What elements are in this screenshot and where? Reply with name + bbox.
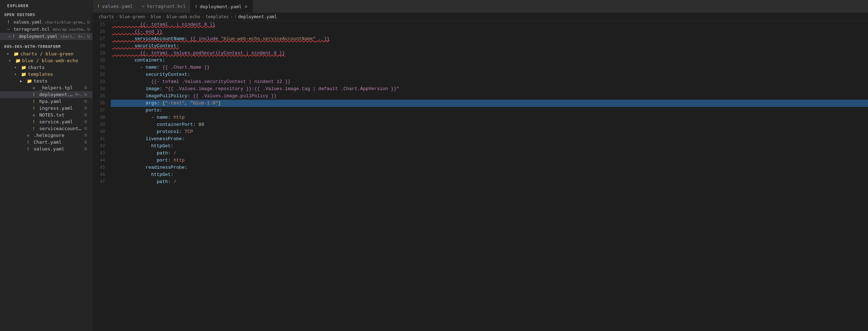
code-line-34: 34 image: "{{ .Values.image.repository }… [93, 85, 868, 93]
code-line-26: 26 {{- end }} [93, 28, 868, 35]
folder-icon: 📁 [14, 51, 19, 56]
values-path: charts/blue-green/blue/bl... [45, 20, 86, 25]
folder-icon: 📁 [27, 79, 33, 84]
folder-name-charts-sub: charts [28, 65, 90, 70]
tree-item-tests[interactable]: ▶ 📁 tests [0, 78, 93, 84]
tree-item-deployment[interactable]: ! deployment.yaml 9+, U [0, 91, 93, 98]
line-number: 39 [93, 121, 111, 128]
bc-bluegreen: blue-green [120, 14, 145, 19]
chevron-right-icon: ▶ [20, 79, 26, 83]
tree-item-charts-blue-green[interactable]: ▾ 📁 charts / blue-green [0, 50, 93, 57]
line-number: 42 [93, 143, 111, 150]
code-line-40: 40 protocol: TCP [93, 128, 868, 135]
file-icon-values-sub: ! [27, 147, 33, 152]
tree-item-charts-sub[interactable]: ▾ 📁 charts [0, 64, 93, 71]
badge-service: U [84, 119, 90, 124]
file-name-serviceaccount: serviceaccount.yaml [39, 126, 83, 131]
tree-item-helmignore[interactable]: ≡ .helmignore U [0, 132, 93, 139]
folder-icon: 📁 [15, 58, 21, 63]
file-name-helpers: _helpers.tpl [39, 85, 83, 90]
bc-sep3: › [163, 14, 165, 19]
line-number: 38 [93, 114, 111, 121]
bc-sep4: › [201, 14, 204, 19]
tab-terragrunt[interactable]: ~ terragrunt.hcl [138, 0, 190, 13]
code-editor[interactable]: 25 {{- toYaml . | nindent 8 }} 26 {{- en… [93, 21, 868, 331]
file-icon-helpers: ≡ [33, 85, 38, 90]
file-icon-service: ! [33, 119, 38, 124]
open-editor-values[interactable]: ! values.yaml charts/blue-green/blue/bl.… [0, 19, 93, 26]
terragrunt-badge: U [87, 27, 90, 32]
badge-hpa: U [84, 99, 90, 104]
line-number: 43 [93, 150, 111, 157]
deployment-icon: ! [13, 34, 18, 39]
line-number: 28 [93, 43, 111, 50]
file-icon-deployment: ! [33, 92, 38, 97]
tab-deployment[interactable]: ! deployment.yaml × [190, 0, 253, 13]
tree-item-hpa[interactable]: ! hpa.yaml U [0, 98, 93, 105]
terragrunt-icon: ~ [7, 27, 12, 32]
bc-templates: templates [205, 14, 229, 19]
line-content: imagePullPolicy: {{ .Values.image.pullPo… [111, 93, 868, 100]
line-content: port: http [111, 157, 868, 164]
line-number: 26 [93, 28, 111, 35]
line-number: 44 [93, 157, 111, 164]
badge-helpers: U [84, 85, 90, 90]
breadcrumb: charts › blue-green › blue › blue-web-ec… [93, 13, 868, 21]
code-line-38: 38 - name: http [93, 114, 868, 121]
tree-item-templates[interactable]: ▾ 📁 templates [0, 71, 93, 78]
folder-icon: 📁 [21, 72, 27, 77]
bc-deploymentyaml: deployment.yaml [238, 14, 277, 19]
tab-deployment-icon: ! [195, 4, 198, 9]
terragrunt-name: terragrunt.hcl [14, 27, 50, 32]
chevron-right-icon: ▾ [14, 65, 20, 69]
file-name-ingress: ingress.yaml [39, 105, 83, 111]
file-icon-hpa: ! [33, 99, 38, 104]
line-content: path: / [111, 150, 868, 157]
tab-values[interactable]: ! values.yaml [93, 0, 138, 13]
line-number: 35 [93, 93, 111, 100]
open-editor-terragrunt[interactable]: ~ terragrunt.hcl dev/ap-southeast-1/hel.… [0, 26, 93, 33]
code-line-29: 29 {{- toYaml .Values.podSecurityContext… [93, 50, 868, 57]
tree-item-ingress[interactable]: ! ingress.yaml U [0, 105, 93, 112]
open-editor-deployment[interactable]: × ! deployment.yaml charts/blue-gre... 9… [0, 33, 93, 40]
code-line-46: 46 httpGet: [93, 171, 868, 178]
editor-area: ! values.yaml ~ terragrunt.hcl ! deploym… [93, 0, 868, 331]
tree-item-notes[interactable]: ≡ NOTES.txt U [0, 112, 93, 118]
chevron-down-icon: ▾ [9, 59, 14, 63]
tree-item-blue-bluewebecho[interactable]: ▾ 📁 blue / blue-web-echo [0, 57, 93, 64]
line-number: 27 [93, 35, 111, 43]
line-content: securityContext: [111, 43, 868, 50]
file-icon-ingress: ! [33, 106, 38, 111]
line-content: - name: {{ .Chart.Name }} [111, 64, 868, 71]
tab-close-icon[interactable]: × [244, 3, 248, 10]
line-content: {{- toYaml . | nindent 8 }} [111, 21, 868, 28]
tree-item-values-sub[interactable]: ! values.yaml U [0, 145, 93, 152]
deployment-name: deployment.yaml [19, 34, 58, 39]
tree-item-helpers[interactable]: ≡ _helpers.tpl U [0, 84, 93, 91]
line-content: containers: [111, 57, 868, 64]
tree-item-service[interactable]: ! service.yaml U [0, 118, 93, 125]
code-table: 25 {{- toYaml . | nindent 8 }} 26 {{- en… [93, 21, 868, 186]
line-content: - name: http [111, 114, 868, 121]
file-icon-chartyaml: ! [27, 140, 33, 145]
deployment-badge: 9+, U [78, 34, 90, 39]
code-line-28: 28 securityContext: [93, 43, 868, 50]
line-content: {{- toYaml .Values.securityContext | nin… [111, 78, 868, 85]
badge-notes: U [84, 113, 90, 117]
folder-name-blue-bluewebecho: blue / blue-web-echo [22, 58, 86, 63]
bc-bluewebecho: blue-web-echo [166, 14, 200, 19]
close-icon[interactable]: × [9, 34, 11, 39]
line-number: 36 [93, 100, 111, 107]
tab-terragrunt-icon: ~ [142, 4, 145, 9]
line-content: readinessProbe: [111, 164, 868, 171]
tabs-bar: ! values.yaml ~ terragrunt.hcl ! deploym… [93, 0, 868, 13]
tree-item-chartyaml[interactable]: ! Chart.yaml U [0, 139, 93, 145]
line-content: containerPort: 80 [111, 121, 868, 128]
line-content: path: / [111, 178, 868, 186]
deployment-path: charts/blue-gre... [60, 34, 76, 39]
line-content: httpGet: [111, 143, 868, 150]
line-content: livenessProbe: [111, 135, 868, 143]
tree-item-serviceaccount[interactable]: ! serviceaccount.yaml U [0, 125, 93, 132]
tab-values-label: values.yaml [102, 4, 133, 9]
line-number: 41 [93, 135, 111, 143]
